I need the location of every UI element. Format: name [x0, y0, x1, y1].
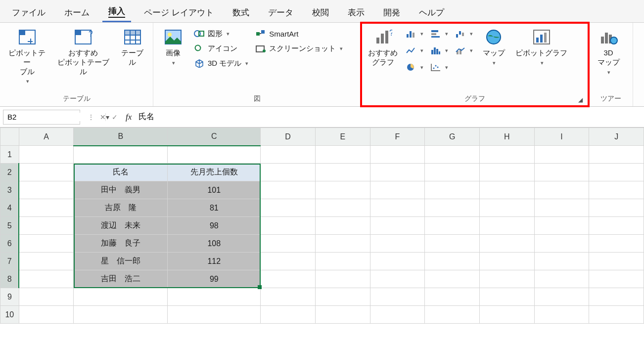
cell-D8[interactable]: [261, 270, 316, 288]
cell-A2[interactable]: [19, 164, 74, 181]
cell-A5[interactable]: [19, 217, 74, 235]
tab-insert[interactable]: 挿入: [102, 2, 131, 22]
shapes-button[interactable]: 図形 ▾: [192, 28, 250, 40]
cell-I2[interactable]: [534, 164, 589, 181]
cell-D5[interactable]: [261, 217, 316, 235]
cell-E2[interactable]: [315, 164, 370, 181]
cell-C2[interactable]: 先月売上個数: [168, 164, 261, 181]
cell-B8[interactable]: 吉田 浩二: [74, 270, 168, 288]
table-button[interactable]: テーブル: [116, 26, 149, 69]
col-header-G[interactable]: G: [425, 128, 480, 146]
col-header-E[interactable]: E: [315, 128, 370, 146]
tab-pagelayout[interactable]: ページ レイアウト: [138, 4, 220, 22]
waterfall-chart-button[interactable]: ▾: [453, 28, 475, 40]
cell-C10[interactable]: [168, 306, 261, 324]
cell-H6[interactable]: [479, 235, 534, 253]
pictures-button[interactable]: 画像 ▾: [157, 26, 189, 68]
tab-help[interactable]: ヘルプ: [413, 4, 450, 22]
cell-I1[interactable]: [534, 146, 589, 164]
smartart-button[interactable]: SmartArt: [253, 28, 345, 40]
cell-I6[interactable]: [534, 235, 589, 253]
recommended-charts-button[interactable]: ? おすすめ グラフ: [365, 26, 401, 69]
cell-E10[interactable]: [315, 306, 370, 324]
cell-E6[interactable]: [315, 235, 370, 253]
cell-I3[interactable]: [534, 181, 589, 199]
tab-formulas[interactable]: 数式: [227, 4, 255, 22]
col-header-J[interactable]: J: [589, 128, 644, 146]
cell-H7[interactable]: [479, 253, 534, 270]
cell-J5[interactable]: [589, 217, 644, 235]
col-header-D[interactable]: D: [261, 128, 316, 146]
cell-J1[interactable]: [589, 146, 644, 164]
tab-file[interactable]: ファイル: [6, 4, 51, 22]
cell-F8[interactable]: [370, 270, 425, 288]
cell-H3[interactable]: [479, 181, 534, 199]
cell-E7[interactable]: [315, 253, 370, 270]
screenshot-button[interactable]: スクリーンショット ▾: [253, 43, 345, 54]
cell-J10[interactable]: [589, 306, 644, 324]
enter-formula-button[interactable]: ✓: [110, 113, 120, 121]
name-box[interactable]: ▾: [3, 110, 80, 125]
cell-G9[interactable]: [425, 288, 480, 306]
cell-E1[interactable]: [315, 146, 370, 164]
cell-C8[interactable]: 99: [168, 270, 261, 288]
cell-E8[interactable]: [315, 270, 370, 288]
icons-button[interactable]: アイコン: [192, 43, 250, 54]
cell-F1[interactable]: [370, 146, 425, 164]
cell-A9[interactable]: [19, 288, 74, 306]
row-header-8[interactable]: 8: [0, 270, 19, 288]
cell-J7[interactable]: [589, 253, 644, 270]
cell-A3[interactable]: [19, 181, 74, 199]
cell-E4[interactable]: [315, 199, 370, 217]
cell-F5[interactable]: [370, 217, 425, 235]
cell-D4[interactable]: [261, 199, 316, 217]
scatter-chart-button[interactable]: ▾: [428, 61, 450, 73]
cell-B2[interactable]: 氏名: [74, 164, 168, 181]
cell-B10[interactable]: [74, 306, 168, 324]
row-header-4[interactable]: 4: [0, 199, 19, 217]
cell-J9[interactable]: [589, 288, 644, 306]
cell-I7[interactable]: [534, 253, 589, 270]
cell-E5[interactable]: [315, 217, 370, 235]
cell-G5[interactable]: [425, 217, 480, 235]
cell-J4[interactable]: [589, 199, 644, 217]
cell-A4[interactable]: [19, 199, 74, 217]
cell-F10[interactable]: [370, 306, 425, 324]
bar-chart-button[interactable]: ▾: [428, 28, 450, 40]
cell-G8[interactable]: [425, 270, 480, 288]
column-chart-button[interactable]: ▾: [404, 28, 425, 40]
cell-A6[interactable]: [19, 235, 74, 253]
row-header-1[interactable]: 1: [0, 146, 19, 164]
map-chart-button[interactable]: マップ ▾: [478, 26, 509, 68]
cell-I8[interactable]: [534, 270, 589, 288]
cell-I10[interactable]: [534, 306, 589, 324]
cell-F9[interactable]: [370, 288, 425, 306]
cell-F6[interactable]: [370, 235, 425, 253]
cell-A8[interactable]: [19, 270, 74, 288]
formula-split-icon[interactable]: ⋮: [86, 113, 96, 121]
tab-home[interactable]: ホーム: [58, 4, 95, 22]
pivot-table-button[interactable]: ピボットテー ブル ▾: [4, 26, 50, 86]
cell-D2[interactable]: [261, 164, 316, 181]
cell-B3[interactable]: 田中 義男: [74, 181, 168, 199]
cell-F4[interactable]: [370, 199, 425, 217]
recommended-pivot-button[interactable]: ? おすすめ ピボットテーブル: [53, 26, 113, 78]
cell-C1[interactable]: [168, 146, 261, 164]
cell-B4[interactable]: 吉原 隆: [74, 199, 168, 217]
pie-chart-button[interactable]: ▾: [404, 61, 425, 73]
row-header-10[interactable]: 10: [0, 306, 19, 324]
cell-B6[interactable]: 加藤 良子: [74, 235, 168, 253]
row-header-9[interactable]: 9: [0, 288, 19, 306]
row-header-2[interactable]: 2: [0, 164, 19, 181]
cell-A10[interactable]: [19, 306, 74, 324]
cell-D10[interactable]: [261, 306, 316, 324]
cell-J2[interactable]: [589, 164, 644, 181]
cell-C4[interactable]: 81: [168, 199, 261, 217]
cell-G1[interactable]: [425, 146, 480, 164]
col-header-I[interactable]: I: [534, 128, 589, 146]
cell-E9[interactable]: [315, 288, 370, 306]
cell-H1[interactable]: [479, 146, 534, 164]
cell-H9[interactable]: [479, 288, 534, 306]
cell-C3[interactable]: 101: [168, 181, 261, 199]
cell-C7[interactable]: 112: [168, 253, 261, 270]
